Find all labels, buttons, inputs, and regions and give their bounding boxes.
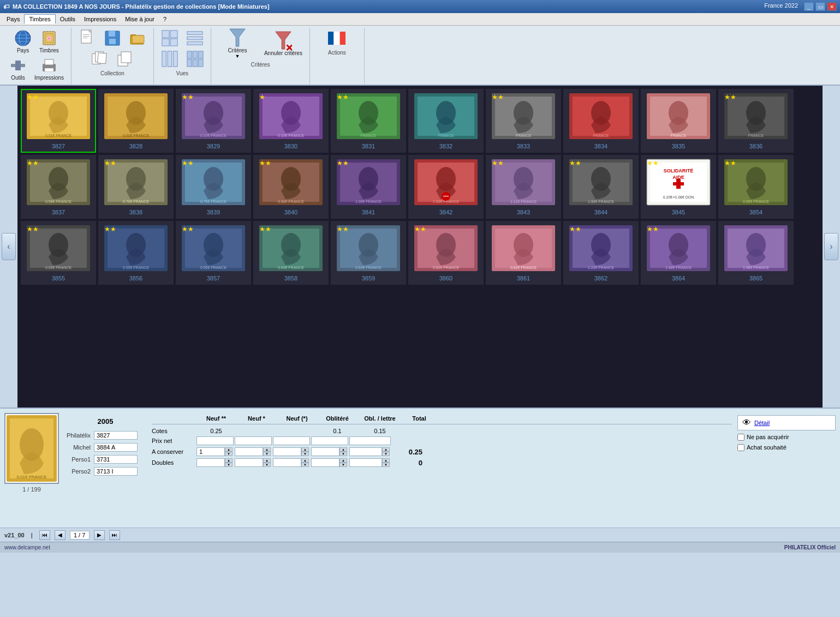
prixnet-neuf2[interactable] <box>196 436 234 445</box>
prixnet-obl-lettre[interactable] <box>349 436 391 445</box>
stamp-3840[interactable]: ★★ 0.90€ FRANCE 3840 <box>253 155 329 219</box>
spinner-down2[interactable]: ▼ <box>301 452 309 456</box>
aconserver-spinner3[interactable]: ▲ ▼ <box>339 447 347 456</box>
toolbar-btn-vue2[interactable] <box>183 28 206 49</box>
stamp-3832[interactable]: FRANCE 3832 <box>408 89 484 153</box>
doubles-spinner2[interactable]: ▲ ▼ <box>301 458 309 467</box>
toolbar-btn-open[interactable] <box>126 28 149 49</box>
dbspinner-up[interactable]: ▲ <box>225 458 233 463</box>
toolbar-btn-vue3[interactable] <box>158 49 181 69</box>
toolbar-btn-timbres[interactable]: 🌸 Timbres <box>37 28 62 55</box>
menu-timbres[interactable]: Timbres <box>24 14 55 24</box>
menu-outils[interactable]: Outils <box>56 15 80 23</box>
stamp-3837[interactable]: ★★ 0.58€ FRANCE 3837 <box>21 155 96 219</box>
stamp-3834[interactable]: FRANCE 3834 <box>563 89 639 153</box>
spinner-down1[interactable]: ▼ <box>263 452 271 456</box>
aconserver-obl-lettre[interactable] <box>349 447 382 456</box>
ne-pas-acquerir-label[interactable]: Ne pas acquérir <box>737 434 836 441</box>
doubles-obl-lettre[interactable] <box>349 458 382 467</box>
perso1-input[interactable] <box>94 455 138 464</box>
prixnet-neuf0[interactable] <box>273 436 310 445</box>
dbspinner-up2[interactable]: ▲ <box>301 458 309 463</box>
doubles-spinner1[interactable]: ▲ ▼ <box>263 458 271 467</box>
stamp-3833[interactable]: ★★ FRANCE 3833 <box>486 89 561 153</box>
stamp-3860[interactable]: ★★ 0.82€ FRANCE 3860 <box>408 221 484 285</box>
doubles-neuf0[interactable] <box>273 458 301 467</box>
stamp-3838[interactable]: ★★ 0.70€ FRANCE 3838 <box>98 155 174 219</box>
spinner-up3[interactable]: ▲ <box>339 447 347 452</box>
michel-input[interactable] <box>94 443 138 452</box>
stamp-3830[interactable]: ★ 0.10€ FRANCE 3830 <box>253 89 329 153</box>
stamp-3827[interactable]: ★★ 0.01€ FRANCE 3827 <box>21 89 96 153</box>
stamp-3861[interactable]: 0.82€ FRANCE 3861 <box>486 221 561 285</box>
nav-first-button[interactable]: ⏮ <box>39 530 50 540</box>
prixnet-neuf1[interactable] <box>235 436 272 445</box>
dbspinner-down2[interactable]: ▼ <box>301 463 309 467</box>
prixnet-oblitere[interactable] <box>311 436 348 445</box>
nav-last-button[interactable]: ⏭ <box>109 530 120 540</box>
aconserver-spinner[interactable]: ▲ ▼ <box>225 447 233 456</box>
stamp-3859[interactable]: ★★ 0.64€ FRANCE 3859 <box>331 221 406 285</box>
aconserver-spinner4[interactable]: ▲ ▼ <box>382 447 390 456</box>
minimize-button[interactable]: _ <box>804 2 814 11</box>
toolbar-btn-criteres[interactable]: Critères ▼ <box>216 28 259 61</box>
doubles-oblitere[interactable] <box>311 458 339 467</box>
toolbar-btn-vue1[interactable] <box>158 28 181 49</box>
stamp-3845[interactable]: ★★ SOLIDARITÉ AIDE 0.20€+0.08€ DON 3845 <box>641 155 716 219</box>
toolbar-btn-annuler-criteres[interactable]: Annuler critères <box>261 31 305 58</box>
close-button[interactable]: ✕ <box>827 2 837 11</box>
dbspinner-down1[interactable]: ▼ <box>263 463 271 467</box>
ne-pas-acquerir-checkbox[interactable] <box>737 434 744 441</box>
nav-next-button[interactable]: ▶ <box>94 530 105 540</box>
dbspinner-down3[interactable]: ▼ <box>339 463 347 467</box>
restore-button[interactable]: ▭ <box>815 2 825 11</box>
toolbar-btn-vue4[interactable] <box>183 49 206 69</box>
toolbar-btn-multi[interactable] <box>88 49 111 69</box>
dbspinner-down[interactable]: ▼ <box>225 463 233 467</box>
spinner-down[interactable]: ▼ <box>225 452 233 456</box>
stamp-3831[interactable]: ★★ FRANCE 3831 <box>331 89 406 153</box>
doubles-neuf1[interactable] <box>235 458 263 467</box>
dbspinner-up3[interactable]: ▲ <box>339 458 347 463</box>
toolbar-btn-save[interactable] <box>101 28 124 49</box>
toolbar-btn-impressions[interactable]: Impressions <box>32 55 67 82</box>
stamp-3864[interactable]: ★★ 1.98€ FRANCE 3864 <box>641 221 716 285</box>
achat-souhaite-checkbox[interactable] <box>737 444 744 451</box>
nav-prev-button[interactable]: ◀ <box>55 530 65 540</box>
toolbar-btn-new[interactable] <box>76 28 99 49</box>
stamp-3841[interactable]: ★★ 1.00€ FRANCE 3841 <box>331 155 406 219</box>
stamp-3854[interactable]: ★★ 0.05€ FRANCE 3854 <box>718 155 794 219</box>
stamp-3865[interactable]: 1.98€ FRANCE 3865 <box>718 221 794 285</box>
dbspinner-up1[interactable]: ▲ <box>263 458 271 463</box>
doubles-neuf2[interactable] <box>196 458 225 467</box>
stamp-3843[interactable]: ★★ 1.11€ FRANCE 3843 <box>486 155 561 219</box>
stamp-3828[interactable]: 0.01€ FRANCE 3828 <box>98 89 174 153</box>
toolbar-btn-copy[interactable] <box>114 49 136 69</box>
aconserver-spinner2[interactable]: ▲ ▼ <box>301 447 309 456</box>
aconserver-spinner1[interactable]: ▲ ▼ <box>263 447 271 456</box>
doubles-spinner4[interactable]: ▲ ▼ <box>382 458 390 467</box>
dbspinner-up4[interactable]: ▲ <box>382 458 390 463</box>
menu-pays[interactable]: Pays <box>2 15 24 23</box>
doubles-spinner3[interactable]: ▲ ▼ <box>339 458 347 467</box>
stamp-3855[interactable]: ★★ 0.05€ FRANCE 3855 <box>21 221 96 285</box>
spinner-up[interactable]: ▲ <box>225 447 233 452</box>
achat-souhaite-label[interactable]: Achat souhaité <box>737 444 836 451</box>
menu-help[interactable]: ? <box>159 15 171 23</box>
stamp-3835[interactable]: FRANCE 3835 <box>641 89 716 153</box>
spinner-up4[interactable]: ▲ <box>382 447 390 452</box>
stamp-3829[interactable]: ★★ 0.10€ FRANCE 3829 <box>176 89 251 153</box>
toolbar-btn-pays[interactable]: Pays <box>11 28 34 55</box>
spinner-up1[interactable]: ▲ <box>263 447 271 452</box>
spinner-down4[interactable]: ▼ <box>382 452 390 456</box>
stamp-3858[interactable]: ★★ 0.64€ FRANCE 3858 <box>253 221 329 285</box>
stamp-3844[interactable]: ★★ 1.90€ FRANCE 3844 <box>563 155 639 219</box>
page-input[interactable] <box>70 531 90 540</box>
perso2-input[interactable] <box>94 467 138 476</box>
stamp-3857[interactable]: ★★ 0.55€ FRANCE 3857 <box>176 221 251 285</box>
stamp-3862[interactable]: ★★ 1.22€ FRANCE 3862 <box>563 221 639 285</box>
menu-impressions[interactable]: Impressions <box>80 15 121 23</box>
aconserver-neuf1[interactable] <box>235 447 263 456</box>
toolbar-btn-outils[interactable]: Outils <box>7 55 29 82</box>
philatelix-input[interactable] <box>94 431 138 440</box>
